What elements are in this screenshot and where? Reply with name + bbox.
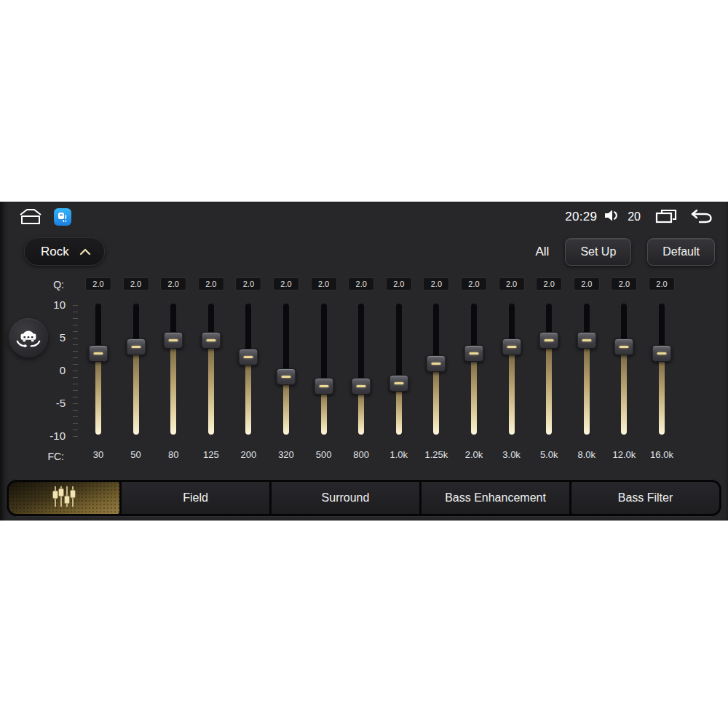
q-value: 2.0	[198, 277, 224, 290]
slider-thumb[interactable]	[464, 345, 484, 362]
gain-slider[interactable]	[502, 304, 521, 435]
gain-slider[interactable]	[352, 304, 371, 435]
thumb-grip-line	[432, 363, 441, 365]
gain-slider[interactable]	[314, 304, 333, 435]
gain-slider[interactable]	[389, 304, 408, 435]
eq-band: 2.030	[79, 274, 117, 465]
eq-band: 2.0500	[305, 274, 343, 465]
q-value: 2.0	[649, 277, 675, 290]
slider-thumb[interactable]	[126, 339, 146, 355]
freq-label: 5.0k	[530, 449, 568, 460]
slider-thumb[interactable]	[277, 368, 296, 385]
eq-sliders-icon	[51, 485, 77, 511]
gain-slider[interactable]	[202, 304, 221, 435]
slider-gold-fill	[546, 340, 552, 435]
gain-slider[interactable]	[614, 304, 633, 435]
slider-thumb[interactable]	[89, 345, 108, 362]
slider-thumb[interactable]	[201, 332, 221, 349]
car-stereo-equalizer-screen: 20:29 20	[0, 202, 728, 521]
gain-slider[interactable]	[164, 304, 183, 435]
eq-band: 2.050	[117, 274, 155, 465]
q-value: 2.0	[348, 277, 374, 290]
sound-field-car-button[interactable]	[9, 318, 48, 357]
slider-thumb[interactable]	[502, 339, 521, 355]
freq-label: 125	[192, 449, 230, 460]
freq-label: 50	[117, 449, 155, 460]
gain-slider[interactable]	[89, 304, 108, 435]
freq-label: 2.0k	[455, 449, 493, 460]
slider-thumb[interactable]	[164, 332, 183, 349]
slider-thumb[interactable]	[614, 339, 634, 355]
eq-band: 2.02.0k	[455, 274, 493, 465]
bottom-tab-bar: Field Surround Bass Enhancement Bass Fil…	[6, 479, 722, 517]
gain-slider[interactable]	[239, 304, 258, 435]
gain-slider[interactable]	[577, 304, 596, 435]
q-value: 2.0	[461, 277, 487, 290]
freq-label: 30	[79, 449, 117, 460]
q-value: 2.0	[611, 277, 637, 290]
slider-gold-fill	[621, 347, 627, 435]
gain-slider[interactable]	[464, 304, 483, 435]
eq-band: 2.05.0k	[530, 274, 568, 465]
q-value: 2.0	[273, 277, 299, 290]
slider-gold-fill	[208, 340, 214, 435]
thumb-grip-line	[244, 356, 253, 358]
slider-gold-fill	[584, 340, 590, 435]
q-value: 2.0	[499, 277, 525, 290]
eq-band: 2.01.0k	[380, 274, 418, 465]
slider-thumb[interactable]	[577, 332, 596, 349]
tab-bass-enhancement[interactable]: Bass Enhancement	[422, 482, 569, 514]
thumb-grip-line	[470, 352, 479, 355]
slider-gold-fill	[170, 340, 176, 435]
freq-label: 12.0k	[605, 449, 643, 460]
gain-slider[interactable]	[427, 304, 446, 435]
slider-thumb[interactable]	[239, 349, 258, 365]
eq-band: 2.08.0k	[568, 274, 606, 465]
eq-band: 2.0200	[229, 274, 267, 465]
tab-bass-filter[interactable]: Bass Filter	[571, 482, 719, 514]
tab-surround[interactable]: Surround	[272, 482, 419, 514]
gain-slider[interactable]	[539, 304, 558, 435]
slider-thumb[interactable]	[352, 378, 371, 395]
q-value: 2.0	[123, 277, 149, 290]
thumb-grip-line	[507, 346, 516, 348]
slider-gold-fill	[471, 353, 477, 435]
slider-gold-fill	[133, 347, 139, 435]
freq-label: 3.0k	[493, 449, 531, 460]
thumb-grip-line	[282, 376, 291, 378]
slider-thumb[interactable]	[539, 332, 559, 349]
slider-gold-fill	[659, 353, 665, 435]
q-value: 2.0	[235, 277, 261, 290]
thumb-grip-line	[319, 385, 328, 387]
thumb-grip-line	[394, 382, 403, 384]
thumb-grip-line	[169, 339, 178, 341]
tab-equalizer[interactable]	[9, 482, 119, 514]
eq-band: 2.03.0k	[493, 274, 531, 465]
slider-thumb[interactable]	[652, 345, 672, 362]
q-value: 2.0	[160, 277, 186, 290]
gain-slider[interactable]	[652, 304, 671, 435]
gain-slider[interactable]	[127, 304, 146, 435]
slider-thumb[interactable]	[314, 378, 333, 395]
slider-thumb[interactable]	[427, 355, 446, 372]
thumb-grip-line	[206, 339, 215, 341]
freq-label: 8.0k	[568, 449, 606, 460]
q-value: 2.0	[574, 277, 600, 290]
eq-band: 2.080	[154, 274, 192, 465]
tab-field[interactable]: Field	[122, 482, 269, 514]
freq-label: 500	[305, 449, 343, 460]
q-value: 2.0	[386, 277, 412, 290]
slider-gold-fill	[509, 347, 515, 435]
freq-label: 1.0k	[380, 449, 418, 460]
gain-slider[interactable]	[277, 304, 296, 435]
freq-label: 1.25k	[417, 449, 455, 460]
thumb-grip-line	[582, 339, 591, 341]
thumb-grip-line	[357, 385, 366, 387]
freq-label: 16.0k	[643, 449, 681, 460]
thumb-grip-line	[131, 346, 141, 348]
slider-thumb[interactable]	[389, 375, 408, 392]
slider-gold-fill	[245, 356, 251, 435]
freq-label: 800	[342, 449, 380, 460]
freq-label: 320	[267, 449, 305, 460]
eq-band: 2.0125	[192, 274, 230, 465]
